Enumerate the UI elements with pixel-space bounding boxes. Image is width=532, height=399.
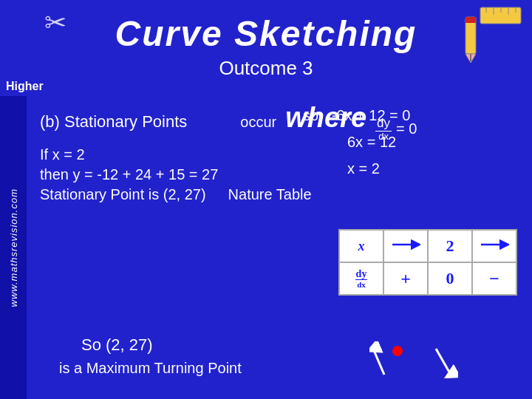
right-panel: so -6x + 12 = 0 6x = 12 x = 2 — [303, 103, 525, 183]
nature-table-label: Nature Table — [228, 186, 312, 203]
title-area: Curve Sketching Outcome 3 — [0, 0, 532, 80]
x-equals-line: x = 2 — [303, 157, 525, 180]
section-b-label: (b) Stationary Points — [40, 112, 187, 132]
nature-table: x 2 dy — [338, 229, 517, 296]
dydx-top: dy — [355, 268, 368, 280]
stat-point-label: Stationary Point is (2, 27) — [40, 186, 206, 203]
table-dydx-label: dy dx — [339, 262, 383, 295]
so-equation-line: so -6x + 12 = 0 — [303, 103, 525, 127]
table-zero: 0 — [428, 262, 472, 295]
bottom-arrows — [369, 341, 458, 381]
svg-line-13 — [436, 349, 451, 375]
table-header-x: x — [339, 230, 383, 262]
table-minus: − — [472, 262, 516, 295]
so-text: so — [303, 107, 318, 123]
sixx-line: 6x = 12 — [303, 130, 525, 154]
is-max-label: is a Maximum Turning Point — [59, 360, 242, 377]
sidebar: www.mathsrevision.com — [0, 96, 27, 399]
table-cell-2: 2 — [428, 230, 472, 262]
so-result: So (2, 27) — [81, 335, 153, 355]
equation2: 6x = 12 — [347, 134, 396, 150]
table-plus: + — [383, 262, 428, 295]
higher-label: Higher — [6, 80, 44, 93]
equation1: -6x + 12 = 0 — [332, 107, 411, 123]
outcome-text: Outcome 3 — [0, 57, 532, 80]
table-arrow-1 — [383, 230, 428, 262]
occur-text: occur — [240, 114, 276, 131]
table-arrow-2 — [472, 230, 516, 262]
svg-line-12 — [373, 349, 384, 375]
nature-table-container: x 2 dy — [338, 229, 517, 296]
page-container: ✂ Curve Sketching Outcome 3 Higher www.m… — [0, 0, 532, 399]
dydx-bot: dx — [357, 280, 366, 289]
sidebar-website: www.mathsrevision.com — [8, 188, 19, 307]
equation3: x = 2 — [347, 160, 380, 177]
main-title: Curve Sketching — [0, 13, 532, 54]
